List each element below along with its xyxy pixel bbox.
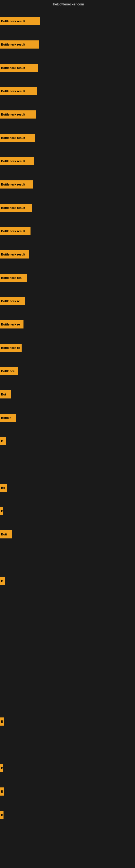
bottleneck-bar: Bottleneck re [0, 297, 25, 305]
bottleneck-bar: Bottleneck result [0, 40, 39, 49]
bottleneck-bar: B [0, 437, 6, 445]
site-title: TheBottlenecker.com [51, 2, 84, 6]
site-header: TheBottlenecker.com [0, 0, 135, 7]
bottleneck-bar: B [0, 811, 3, 819]
bottleneck-bar: Bo [0, 484, 7, 492]
bottleneck-bar: B [0, 717, 4, 725]
bottleneck-bar: Bottleneck re [0, 320, 24, 329]
bottleneck-bar: Bott [0, 530, 12, 538]
bottleneck-bar: Bottleneck result [0, 134, 35, 142]
bottleneck-bar: Bottleneck result [0, 64, 38, 72]
bottleneck-bar: B [0, 577, 5, 585]
bottleneck-bar: Bottleneck res [0, 274, 27, 282]
bottleneck-bar: Bottlen [0, 414, 16, 422]
bottleneck-bar: Bottleneck result [0, 87, 37, 95]
bottleneck-bar: Bottleneck result [0, 204, 32, 212]
bottleneck-bar: Bot [0, 390, 11, 399]
bottleneck-bar: B [0, 787, 4, 796]
bottleneck-bar: Bottleneck result [0, 111, 36, 119]
bottleneck-bar: Bottleneck result [0, 227, 31, 235]
bottleneck-bar: B [0, 507, 3, 515]
bottleneck-bar: Bottleneck result [0, 157, 34, 165]
chart-area: Bottleneck resultBottleneck resultBottle… [0, 7, 135, 868]
bottleneck-bar: Bottleneck result [0, 250, 29, 258]
bottleneck-bar: B [0, 764, 3, 772]
bottleneck-bar: Bottleneck result [0, 17, 40, 25]
bottleneck-bar: Bottlenec [0, 367, 18, 375]
bottleneck-bar: Bottleneck re [0, 344, 21, 352]
bottleneck-bar: Bottleneck result [0, 180, 33, 188]
